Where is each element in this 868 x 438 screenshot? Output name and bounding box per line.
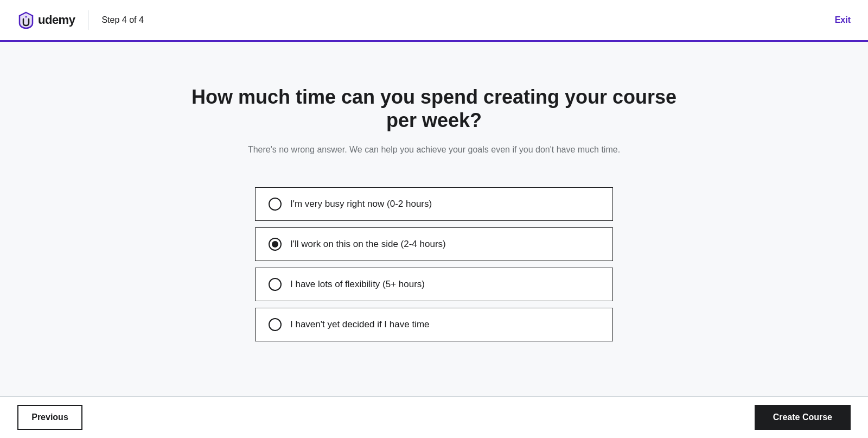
- options-container: I'm very busy right now (0-2 hours) I'll…: [255, 187, 613, 341]
- header-left: udemy Step 4 of 4: [17, 10, 144, 30]
- option-label-3: I have lots of flexibility (5+ hours): [290, 279, 425, 290]
- option-label-2: I'll work on this on the side (2-4 hours…: [290, 239, 446, 250]
- radio-2: [269, 238, 282, 251]
- exit-button[interactable]: Exit: [835, 15, 851, 25]
- main-content: How much time can you spend creating you…: [0, 42, 868, 438]
- step-label: Step 4 of 4: [101, 15, 143, 25]
- option-label-1: I'm very busy right now (0-2 hours): [290, 199, 432, 210]
- udemy-logo-icon: [17, 11, 35, 29]
- logo: udemy: [17, 11, 75, 29]
- option-item-3[interactable]: I have lots of flexibility (5+ hours): [255, 268, 613, 301]
- question-title: How much time can you spend creating you…: [190, 85, 678, 132]
- question-subtitle: There's no wrong answer. We can help you…: [248, 145, 620, 155]
- header: udemy Step 4 of 4 Exit: [0, 0, 868, 42]
- previous-button[interactable]: Previous: [17, 405, 82, 430]
- option-label-4: I haven't yet decided if I have time: [290, 319, 430, 330]
- footer: Previous Create Course: [0, 396, 868, 438]
- option-item-4[interactable]: I haven't yet decided if I have time: [255, 308, 613, 341]
- radio-4: [269, 318, 282, 331]
- option-item-2[interactable]: I'll work on this on the side (2-4 hours…: [255, 227, 613, 261]
- option-item-1[interactable]: I'm very busy right now (0-2 hours): [255, 187, 613, 221]
- create-course-button[interactable]: Create Course: [755, 405, 851, 430]
- header-divider: [88, 10, 88, 30]
- logo-text: udemy: [38, 13, 75, 27]
- radio-3: [269, 278, 282, 291]
- radio-inner-2: [272, 241, 278, 247]
- svg-point-0: [25, 16, 27, 18]
- radio-1: [269, 198, 282, 211]
